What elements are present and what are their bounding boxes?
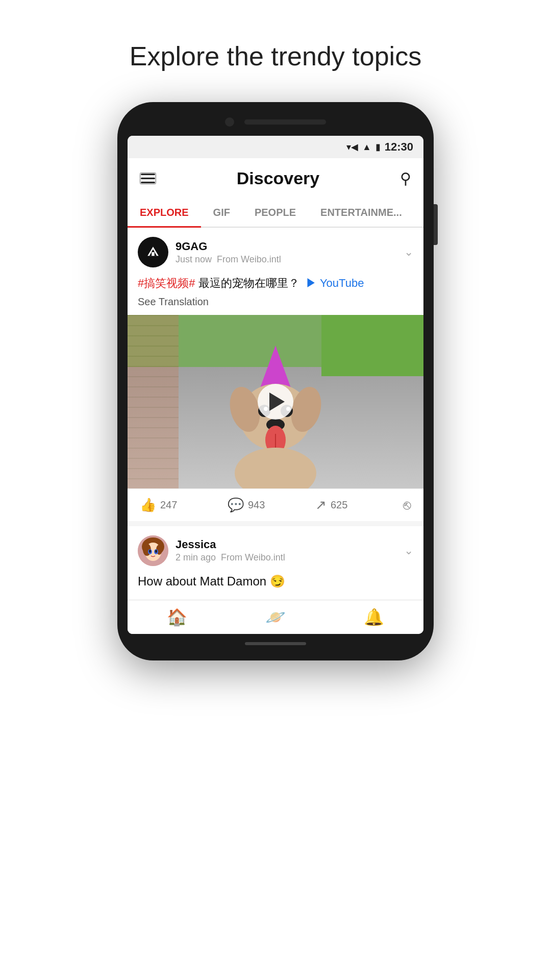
- hashtag: #搞笑视频#: [138, 277, 195, 289]
- svg-rect-3: [152, 252, 154, 256]
- post-meta: Just now From Weibo.intl: [176, 254, 281, 265]
- bell-icon: 🔔: [364, 607, 384, 627]
- avatar-jessica: [138, 535, 168, 566]
- phone-shell: ▾◀ ▲ ▮ 12:30 Discovery ⚲ EXPLORE GIF PEO…: [117, 102, 434, 660]
- svg-point-16: [235, 448, 316, 488]
- post-user-info: 9GAG Just now From Weibo.intl: [176, 240, 281, 265]
- app-header: Discovery ⚲: [128, 158, 423, 199]
- post-card-2: Jessica 2 min ago From Weibo.intl ⌄ How …: [128, 526, 423, 595]
- home-icon: 🏠: [167, 607, 187, 627]
- action-bar: 👍 247 💬 943 ↗ 625 ⎋: [128, 488, 423, 521]
- post-meta-2: 2 min ago From Weibo.intl: [176, 552, 285, 563]
- svg-point-25: [155, 550, 157, 553]
- post-header-2: Jessica 2 min ago From Weibo.intl ⌄: [128, 526, 423, 571]
- chevron-down-icon[interactable]: ⌄: [404, 246, 413, 259]
- status-icons: ▾◀ ▲ ▮ 12:30: [346, 140, 413, 154]
- comment-count: 943: [248, 499, 265, 511]
- post-header-left: 9GAG Just now From Weibo.intl: [138, 237, 281, 267]
- post-user-name-2: Jessica: [176, 538, 285, 551]
- nav-home[interactable]: 🏠: [128, 607, 226, 627]
- page-heading: Explore the trendy topics: [130, 41, 421, 71]
- bottom-nav: 🏠 🪐 🔔: [128, 600, 423, 634]
- signal-icon: ▲: [362, 142, 371, 153]
- home-indicator: [245, 642, 306, 645]
- tab-gif[interactable]: GIF: [201, 199, 242, 227]
- nav-discover[interactable]: 🪐: [226, 607, 324, 627]
- post-header: 9GAG Just now From Weibo.intl ⌄: [128, 228, 423, 273]
- post-card: 9GAG Just now From Weibo.intl ⌄ #搞笑视频# 最…: [128, 228, 423, 521]
- side-button: [434, 204, 438, 245]
- tab-people[interactable]: PEOPLE: [242, 199, 308, 227]
- phone-screen: ▾◀ ▲ ▮ 12:30 Discovery ⚲ EXPLORE GIF PEO…: [128, 136, 423, 634]
- repost-button[interactable]: ↗ 625: [315, 497, 403, 513]
- tab-explore[interactable]: EXPLORE: [128, 199, 201, 227]
- share-button[interactable]: ⎋: [403, 497, 411, 513]
- avatar-9gag: [138, 237, 168, 267]
- youtube-link[interactable]: ▶ YouTube: [306, 277, 364, 289]
- hamburger-menu-button[interactable]: [140, 173, 156, 184]
- comment-button[interactable]: 💬 943: [228, 497, 315, 513]
- post-text-2: How about Matt Damon 😏: [128, 571, 423, 595]
- like-icon: 👍: [140, 497, 156, 513]
- like-button[interactable]: 👍 247: [140, 497, 228, 513]
- nav-notifications[interactable]: 🔔: [325, 607, 423, 627]
- play-button[interactable]: [258, 384, 293, 420]
- like-count: 247: [160, 499, 177, 511]
- status-bar: ▾◀ ▲ ▮ 12:30: [128, 136, 423, 158]
- discover-icon: 🪐: [265, 607, 286, 627]
- post-header-left-2: Jessica 2 min ago From Weibo.intl: [138, 535, 285, 566]
- phone-bottom: [128, 642, 423, 645]
- post-user-info-2: Jessica 2 min ago From Weibo.intl: [176, 538, 285, 563]
- see-translation[interactable]: See Translation: [138, 295, 413, 309]
- comment-icon: 💬: [228, 497, 244, 513]
- svg-point-24: [149, 550, 151, 553]
- tab-entertainment[interactable]: ENTERTAINME...: [308, 199, 414, 227]
- chevron-down-icon-2[interactable]: ⌄: [404, 544, 413, 557]
- repost-icon: ↗: [315, 497, 327, 513]
- wifi-icon: ▾◀: [346, 141, 358, 153]
- post-text: #搞笑视频# 最逗的宠物在哪里？ ▶ YouTube See Translati…: [128, 273, 423, 315]
- post-user-name: 9GAG: [176, 240, 281, 253]
- app-title: Discovery: [237, 168, 320, 188]
- share-icon: ⎋: [403, 497, 411, 513]
- speaker-bar: [244, 119, 326, 125]
- search-button[interactable]: ⚲: [400, 169, 411, 187]
- feed: 9GAG Just now From Weibo.intl ⌄ #搞笑视频# 最…: [128, 228, 423, 595]
- camera-dot: [225, 117, 234, 127]
- brick-wall: [128, 315, 179, 488]
- status-time: 12:30: [385, 140, 413, 154]
- post-body-text: 最逗的宠物在哪里？: [198, 277, 299, 289]
- phone-top: [128, 117, 423, 127]
- battery-icon: ▮: [375, 141, 381, 153]
- video-thumbnail[interactable]: [128, 315, 423, 488]
- repost-count: 625: [331, 499, 347, 511]
- tabs-bar: EXPLORE GIF PEOPLE ENTERTAINME...: [128, 199, 423, 228]
